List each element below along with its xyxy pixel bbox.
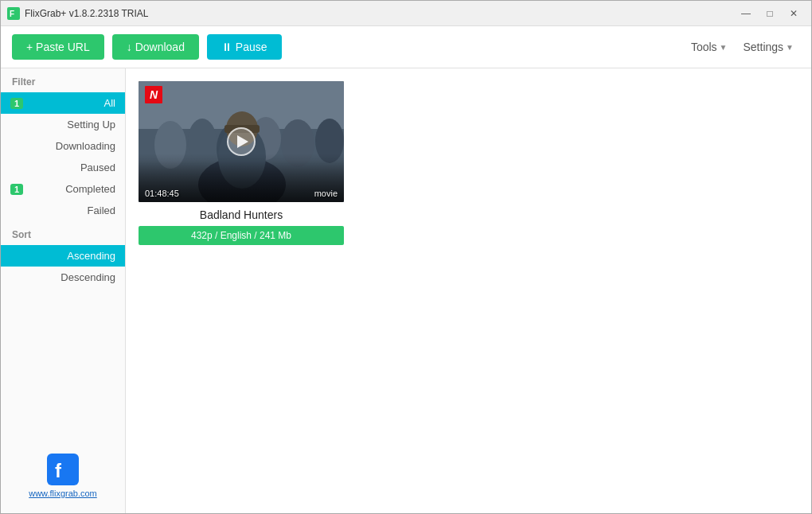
thumbnail-duration: 01:48:45 [145, 189, 179, 198]
sidebar-footer: f www.flixgrab.com [1, 446, 125, 506]
app-title: FlixGrab+ v1.8.2.2318 TRIAL [25, 8, 149, 19]
filter-badge-all: 1 [10, 98, 23, 109]
main-layout: Filter 1 All Setting Up Downloading Paus… [1, 68, 811, 514]
toolbar: + Paste URL ↓ Download ⏸ Pause Tools ▼ S… [1, 26, 811, 68]
svg-text:F: F [10, 10, 14, 18]
filter-item-failed[interactable]: Failed [1, 200, 125, 221]
movie-title: Badland Hunters [139, 202, 344, 226]
settings-menu-button[interactable]: Settings ▼ [737, 37, 801, 56]
filter-label-downloading: Downloading [10, 140, 115, 152]
svg-point-7 [188, 119, 217, 163]
filter-item-completed[interactable]: 1 Completed [1, 178, 125, 200]
svg-point-12 [198, 157, 286, 202]
progress-bar-text: 432p / English / 241 Mb [191, 230, 291, 241]
filter-label-all: All [28, 97, 115, 109]
sort-item-ascending[interactable]: Ascending [1, 245, 125, 267]
title-bar-left: F FlixGrab+ v1.8.2.2318 TRIAL [7, 7, 149, 20]
content-area: N 01:48:45 movie Badland Hunters 432p / … [126, 68, 811, 514]
progress-bar: 432p / English / 241 Mb [139, 226, 344, 245]
tools-menu-button[interactable]: Tools ▼ [685, 37, 734, 56]
close-button[interactable]: ✕ [783, 5, 805, 22]
svg-rect-2 [47, 454, 79, 485]
thumbnail-type: movie [314, 189, 338, 198]
filter-label-completed: Completed [28, 183, 115, 195]
minimize-button[interactable]: — [735, 5, 757, 22]
svg-point-6 [154, 121, 186, 169]
window-controls: — □ ✕ [735, 5, 805, 22]
filter-label-setting-up: Setting Up [10, 119, 115, 130]
title-bar: F FlixGrab+ v1.8.2.2318 TRIAL — □ ✕ [1, 1, 811, 26]
pause-button[interactable]: ⏸ Pause [207, 34, 282, 60]
filter-item-paused[interactable]: Paused [1, 157, 125, 178]
sort-item-descending[interactable]: Descending [1, 267, 125, 288]
maximize-button[interactable]: □ [759, 5, 781, 22]
settings-label: Settings [744, 41, 784, 53]
tools-chevron-icon: ▼ [720, 43, 728, 52]
filter-label-paused: Paused [10, 162, 115, 173]
toolbar-right: Tools ▼ Settings ▼ [685, 37, 800, 56]
tools-label: Tools [691, 41, 717, 53]
facebook-icon[interactable]: f [47, 454, 79, 485]
filter-section-title: Filter [1, 68, 125, 92]
sort-label-descending: Descending [10, 271, 115, 283]
play-triangle-icon [237, 135, 248, 148]
filter-item-downloading[interactable]: Downloading [1, 135, 125, 157]
play-button-overlay[interactable] [227, 127, 256, 156]
netflix-logo: N [145, 86, 162, 103]
settings-chevron-icon: ▼ [786, 43, 794, 52]
sort-section-title: Sort [1, 221, 125, 245]
sidebar: Filter 1 All Setting Up Downloading Paus… [1, 68, 126, 514]
movie-card: N 01:48:45 movie Badland Hunters 432p / … [139, 81, 344, 245]
paste-url-button[interactable]: + Paste URL [12, 34, 104, 60]
filter-label-failed: Failed [10, 204, 115, 216]
movie-thumbnail[interactable]: N 01:48:45 movie [139, 81, 344, 202]
filter-item-all[interactable]: 1 All [1, 92, 125, 114]
download-button[interactable]: ↓ Download [112, 34, 199, 60]
filter-badge-completed: 1 [10, 184, 23, 195]
svg-text:f: f [55, 460, 62, 481]
app-icon: F [7, 7, 20, 20]
svg-point-11 [315, 119, 344, 163]
sort-label-ascending: Ascending [10, 250, 115, 262]
filter-item-setting-up[interactable]: Setting Up [1, 114, 125, 135]
website-link[interactable]: www.flixgrab.com [29, 489, 97, 498]
svg-point-10 [281, 119, 314, 167]
